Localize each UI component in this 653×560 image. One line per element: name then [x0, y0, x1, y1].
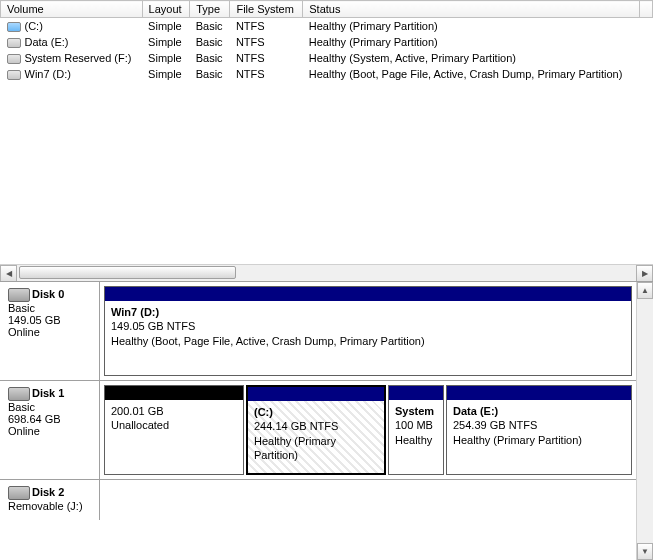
disk-type: Removable (J:) [8, 500, 91, 512]
partition-name: Data (E:) [453, 404, 625, 418]
partition-status: Healthy (Boot, Page File, Active, Crash … [111, 334, 625, 348]
disk-title: Disk 0 [32, 288, 64, 300]
cell-status: Healthy (Boot, Page File, Active, Crash … [303, 66, 640, 82]
cell-volume: Win7 (D:) [1, 66, 143, 82]
disk-row-1[interactable]: Disk 1 Basic 698.64 GB Online 200.01 GB … [0, 380, 636, 479]
table-row[interactable]: System Reserved (F:)SimpleBasicNTFSHealt… [1, 50, 653, 66]
partition-name: System [395, 404, 437, 418]
col-status[interactable]: Status [303, 1, 640, 18]
partition-size: 149.05 GB NTFS [111, 319, 625, 333]
col-spacer[interactable] [640, 1, 653, 18]
drive-icon [7, 70, 21, 80]
cell-status: Healthy (System, Active, Primary Partiti… [303, 50, 640, 66]
partition-c[interactable]: (C:) 244.14 GB NTFS Healthy (Primary Par… [246, 385, 386, 475]
cell-type: Basic [190, 50, 230, 66]
cell-type: Basic [190, 66, 230, 82]
table-row[interactable]: Win7 (D:)SimpleBasicNTFSHealthy (Boot, P… [1, 66, 653, 82]
vertical-scrollbar[interactable]: ▲ ▼ [636, 282, 653, 560]
disk-icon [8, 387, 30, 401]
cell-layout: Simple [142, 18, 190, 35]
scroll-down-icon[interactable]: ▼ [637, 543, 653, 560]
partition-win7-d[interactable]: Win7 (D:) 149.05 GB NTFS Healthy (Boot, … [104, 286, 632, 376]
disk-state: Online [8, 326, 91, 338]
cell-fs: NTFS [230, 18, 303, 35]
cell-status: Healthy (Primary Partition) [303, 34, 640, 50]
cell-layout: Simple [142, 34, 190, 50]
disk-title: Disk 2 [32, 486, 64, 498]
volume-table: Volume Layout Type File System Status (C… [0, 0, 653, 82]
partition-name: (C:) [254, 405, 378, 419]
disk-map-pane: Disk 0 Basic 149.05 GB Online Win7 (D:) … [0, 282, 653, 560]
scroll-right-icon[interactable]: ▶ [636, 265, 653, 282]
cell-volume: System Reserved (F:) [1, 50, 143, 66]
horizontal-scrollbar[interactable]: ◀ ▶ [0, 264, 653, 281]
cell-type: Basic [190, 18, 230, 35]
scroll-left-icon[interactable]: ◀ [0, 265, 17, 282]
partition-system[interactable]: System 100 MB Healthy [388, 385, 444, 475]
partition-status: Healthy (Primary Partition) [453, 433, 625, 447]
col-layout[interactable]: Layout [142, 1, 190, 18]
partition-size: 100 MB [395, 418, 437, 432]
partition-stripe [105, 287, 631, 301]
disk-type: Basic [8, 401, 91, 413]
partition-stripe [248, 387, 384, 401]
disk-type: Basic [8, 302, 91, 314]
partition-size: 254.39 GB NTFS [453, 418, 625, 432]
cell-type: Basic [190, 34, 230, 50]
partition-status: Healthy [395, 433, 437, 447]
cell-volume: (C:) [1, 18, 143, 35]
cell-fs: NTFS [230, 50, 303, 66]
partition-status: Healthy (Primary Partition) [254, 434, 378, 463]
drive-icon [7, 38, 21, 48]
disk-info-1: Disk 1 Basic 698.64 GB Online [0, 381, 100, 479]
scroll-track[interactable] [17, 265, 636, 282]
partition-stripe [389, 386, 443, 400]
cell-layout: Simple [142, 66, 190, 82]
cell-fs: NTFS [230, 66, 303, 82]
partition-status: Unallocated [111, 418, 237, 432]
partition-name: Win7 (D:) [111, 305, 625, 319]
partition-size: 244.14 GB NTFS [254, 419, 378, 433]
disk-size: 698.64 GB [8, 413, 91, 425]
disk-icon [8, 288, 30, 302]
disk-info-0: Disk 0 Basic 149.05 GB Online [0, 282, 100, 380]
table-header-row: Volume Layout Type File System Status [1, 1, 653, 18]
partition-size: 200.01 GB [111, 404, 237, 418]
cell-volume: Data (E:) [1, 34, 143, 50]
volume-list-pane: Volume Layout Type File System Status (C… [0, 0, 653, 282]
disk-size: 149.05 GB [8, 314, 91, 326]
disk-title: Disk 1 [32, 387, 64, 399]
disk-state: Online [8, 425, 91, 437]
col-filesystem[interactable]: File System [230, 1, 303, 18]
partition-stripe [105, 386, 243, 400]
scroll-up-icon[interactable]: ▲ [637, 282, 653, 299]
drive-icon [7, 22, 21, 32]
drive-icon [7, 54, 21, 64]
table-row[interactable]: Data (E:)SimpleBasicNTFSHealthy (Primary… [1, 34, 653, 50]
cell-status: Healthy (Primary Partition) [303, 18, 640, 35]
scroll-thumb[interactable] [19, 266, 236, 279]
col-type[interactable]: Type [190, 1, 230, 18]
partition-data-e[interactable]: Data (E:) 254.39 GB NTFS Healthy (Primar… [446, 385, 632, 475]
disk-info-2: Disk 2 Removable (J:) [0, 480, 100, 520]
disk-row-2[interactable]: Disk 2 Removable (J:) [0, 479, 636, 520]
disk-row-0[interactable]: Disk 0 Basic 149.05 GB Online Win7 (D:) … [0, 282, 636, 380]
cell-layout: Simple [142, 50, 190, 66]
partition-stripe [447, 386, 631, 400]
col-volume[interactable]: Volume [1, 1, 143, 18]
disk-icon [8, 486, 30, 500]
cell-fs: NTFS [230, 34, 303, 50]
partition-unallocated[interactable]: 200.01 GB Unallocated [104, 385, 244, 475]
table-row[interactable]: (C:)SimpleBasicNTFSHealthy (Primary Part… [1, 18, 653, 35]
